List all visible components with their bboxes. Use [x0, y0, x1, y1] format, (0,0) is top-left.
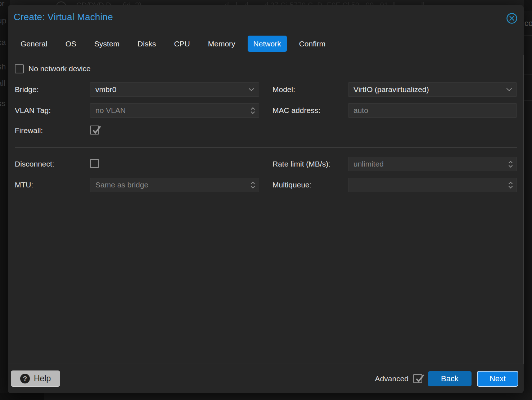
multiqueue-input[interactable] [348, 178, 517, 192]
question-mark-icon: ? [20, 374, 30, 383]
tab-cpu[interactable]: CPU [168, 36, 195, 52]
tab-system[interactable]: System [89, 36, 125, 52]
tab-memory[interactable]: Memory [202, 36, 241, 52]
mtu-placeholder: Same as bridge [95, 181, 148, 189]
help-button[interactable]: ? Help [11, 371, 60, 387]
dialog-footer: ? Help Advanced Back Next [8, 364, 524, 393]
network-tab-panel: No network device Bridge: vmbr0 Model: V… [8, 55, 524, 364]
firewall-checkbox[interactable] [90, 126, 99, 135]
number-spinner-icon[interactable] [251, 104, 255, 117]
advanced-checkbox[interactable] [413, 374, 422, 383]
background-text-fragment: co [524, 19, 532, 28]
tab-os[interactable]: OS [60, 36, 82, 52]
background-bottom-strip [0, 393, 532, 400]
mtu-input[interactable]: Same as bridge [90, 178, 259, 192]
next-button[interactable]: Next [477, 371, 518, 387]
vlan-tag-label: VLAN Tag: [15, 106, 90, 115]
tab-general[interactable]: General [15, 36, 53, 52]
chevron-down-icon[interactable] [248, 83, 254, 96]
bridge-label: Bridge: [15, 85, 90, 94]
no-network-device-label: No network device [28, 64, 91, 73]
rate-limit-label: Rate limit (MB/s): [272, 160, 348, 168]
mac-address-label: MAC address: [272, 106, 348, 115]
create-vm-dialog: Create: Virtual Machine General OS Syste… [8, 5, 524, 393]
rate-limit-input[interactable]: unlimited [348, 157, 517, 171]
vlan-tag-input[interactable]: no VLAN [90, 103, 259, 118]
background-text-fragment: or [0, 0, 5, 8]
rate-limit-placeholder: unlimited [353, 160, 384, 168]
mtu-label: MTU: [15, 181, 90, 189]
mac-address-input[interactable]: auto [348, 103, 517, 118]
advanced-label: Advanced [375, 374, 409, 383]
disconnect-label: Disconnect: [15, 160, 90, 168]
close-icon[interactable] [506, 13, 518, 24]
background-text-fragment: ca [0, 38, 6, 47]
firewall-label: Firewall: [15, 126, 90, 135]
background-text-fragment: up [0, 16, 6, 26]
background-right-strip: co [524, 11, 532, 400]
model-combobox[interactable]: VirtIO (paravirtualized) [348, 82, 517, 97]
multiqueue-label: Multiqueue: [272, 181, 348, 189]
help-button-label: Help [34, 374, 51, 383]
tab-confirm[interactable]: Confirm [293, 36, 332, 52]
bridge-value: vmbr0 [95, 85, 116, 94]
background-text-fragment: all [0, 79, 5, 88]
model-label: Model: [272, 85, 348, 94]
number-spinner-icon[interactable] [508, 157, 513, 171]
advanced-section-divider [15, 147, 517, 148]
background-text-fragment: ss [0, 99, 5, 108]
bridge-combobox[interactable]: vmbr0 [90, 82, 259, 97]
disconnect-checkbox[interactable] [90, 159, 99, 168]
background-text-fragment: sh [0, 62, 6, 72]
chevron-down-icon[interactable] [506, 83, 512, 96]
model-value: VirtIO (paravirtualized) [353, 85, 429, 94]
number-spinner-icon[interactable] [251, 178, 255, 192]
mac-address-placeholder: auto [353, 106, 368, 115]
wizard-tabs: General OS System Disks CPU Memory Netwo… [15, 36, 331, 52]
vlan-tag-placeholder: no VLAN [95, 106, 126, 115]
number-spinner-icon[interactable] [508, 178, 513, 192]
tab-disks[interactable]: Disks [132, 36, 162, 52]
no-network-device-checkbox[interactable] [15, 64, 24, 73]
dialog-title: Create: Virtual Machine [14, 12, 113, 23]
tab-network[interactable]: Network [248, 36, 287, 52]
back-button[interactable]: Back [428, 371, 472, 386]
